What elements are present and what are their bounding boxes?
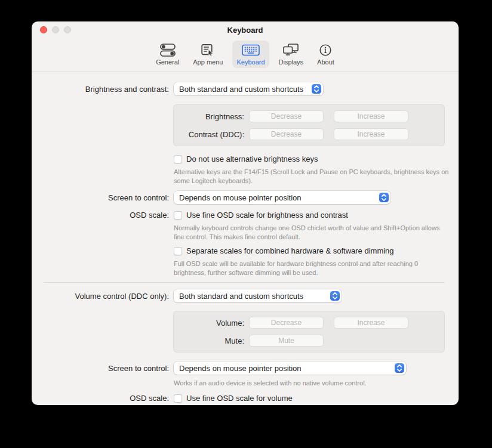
chevron-up-down-icon — [330, 291, 340, 301]
chevron-up-down-icon — [395, 363, 404, 373]
tab-label: Displays — [279, 58, 304, 66]
osd-scale-label: OSD scale: — [32, 394, 169, 403]
popup-value: Both standard and custom shortcuts — [179, 85, 303, 94]
checkbox-icon[interactable] — [174, 155, 182, 163]
osd-scale-volume-row: OSD scale: Use fine OSD scale for volume — [32, 394, 459, 403]
osd-scale-label: OSD scale: — [32, 211, 169, 220]
tab-label: About — [317, 58, 334, 66]
checkbox-icon[interactable] — [174, 394, 182, 403]
menu-cursor-icon — [201, 42, 215, 58]
tab-general[interactable]: General — [152, 41, 183, 68]
brightness-increase-button[interactable]: Increase — [334, 110, 408, 122]
section-divider — [44, 282, 445, 283]
chevron-up-down-icon — [312, 84, 321, 94]
tab-label: Keyboard — [236, 58, 265, 66]
screen-to-control-popup-2[interactable]: Depends on mouse pointer position — [174, 362, 406, 375]
toggles-icon — [160, 42, 176, 58]
audio-device-help-text: Works if an audio device is selected wit… — [174, 379, 450, 388]
checkbox-icon[interactable] — [174, 211, 182, 220]
chevron-up-down-icon — [379, 193, 389, 202]
separate-scales-checkbox[interactable]: Separate scales for combined hardware & … — [174, 246, 459, 255]
info-icon — [318, 42, 333, 58]
screen-to-control-label: Screen to control: — [32, 364, 169, 373]
fine-osd-checkbox[interactable]: Use fine OSD scale for brightness and co… — [174, 211, 348, 220]
close-button[interactable] — [40, 26, 47, 33]
minimize-button[interactable] — [52, 26, 59, 33]
volume-row: Volume: Decrease Increase — [179, 317, 439, 329]
volume-control-row: Volume control (DDC only): Both standard… — [32, 289, 459, 302]
contrast-label: Contrast (DDC): — [179, 130, 244, 139]
tab-label: General — [156, 58, 179, 66]
traffic-lights — [40, 26, 71, 33]
mute-label: Mute: — [179, 336, 244, 345]
volume-shortcuts-group: Volume: Decrease Increase Mute: Mute — [173, 311, 445, 353]
brightness-shortcuts-group: Brightness: Decrease Increase Contrast (… — [173, 104, 445, 146]
brightness-contrast-popup[interactable]: Both standard and custom shortcuts — [174, 82, 323, 95]
screen-to-control-row: Screen to control: Depends on mouse poin… — [32, 191, 459, 204]
displays-icon — [283, 42, 299, 58]
brightness-label: Brightness: — [179, 112, 244, 121]
preferences-window: Keyboard General — [32, 21, 459, 405]
alt-keys-help-text: Alternative keys are the F14/F15 (Scroll… — [174, 168, 450, 186]
keyboard-pane: Brightness and contrast: Both standard a… — [32, 72, 459, 403]
alt-brightness-keys-checkbox[interactable]: Do not use alternative brightness keys — [174, 155, 459, 163]
brightness-row: Brightness: Decrease Increase — [179, 110, 439, 122]
screen-to-control-popup[interactable]: Depends on mouse pointer position — [174, 191, 390, 204]
fine-osd-help-text: Normally keyboard controls change one OS… — [174, 224, 450, 242]
tab-displays[interactable]: Displays — [275, 41, 308, 68]
zoom-button[interactable] — [64, 26, 71, 33]
keyboard-icon — [242, 42, 260, 58]
contrast-decrease-button[interactable]: Decrease — [249, 128, 324, 140]
tab-keyboard[interactable]: Keyboard — [232, 41, 269, 68]
osd-scale-row: OSD scale: Use fine OSD scale for bright… — [32, 211, 459, 220]
title-bar: Keyboard — [32, 21, 459, 38]
popup-value: Depends on mouse pointer position — [179, 364, 302, 373]
mute-button[interactable]: Mute — [249, 335, 324, 347]
separate-scales-help-text: Full OSD scale will be available for har… — [174, 259, 450, 277]
checkbox-label: Use fine OSD scale for volume — [186, 394, 293, 403]
tab-label: App menu — [193, 58, 223, 66]
window-title: Keyboard — [32, 21, 459, 39]
checkbox-label: Separate scales for combined hardware & … — [186, 246, 394, 255]
brightness-contrast-label: Brightness and contrast: — [32, 85, 169, 94]
mute-row: Mute: Mute — [179, 335, 439, 347]
contrast-row: Contrast (DDC): Decrease Increase — [179, 128, 439, 140]
volume-increase-button[interactable]: Increase — [334, 317, 408, 329]
checkbox-label: Do not use alternative brightness keys — [186, 155, 318, 163]
volume-label: Volume: — [179, 319, 244, 327]
contrast-increase-button[interactable]: Increase — [334, 128, 408, 140]
tab-about[interactable]: About — [313, 41, 339, 68]
volume-control-label: Volume control (DDC only): — [32, 292, 169, 301]
checkbox-icon[interactable] — [174, 247, 182, 255]
tab-app-menu[interactable]: App menu — [189, 41, 227, 68]
popup-value: Depends on mouse pointer position — [179, 193, 302, 202]
brightness-contrast-row: Brightness and contrast: Both standard a… — [32, 82, 459, 95]
volume-control-popup[interactable]: Both standard and custom shortcuts — [174, 289, 342, 302]
popup-value: Both standard and custom shortcuts — [179, 292, 303, 301]
checkbox-label: Use fine OSD scale for brightness and co… — [186, 211, 348, 220]
brightness-decrease-button[interactable]: Decrease — [249, 110, 324, 122]
toolbar: General App menu — [32, 38, 459, 72]
fine-osd-volume-checkbox[interactable]: Use fine OSD scale for volume — [174, 394, 293, 403]
screen-to-control-row-2: Screen to control: Depends on mouse poin… — [32, 362, 459, 375]
volume-decrease-button[interactable]: Decrease — [249, 317, 324, 329]
screen-to-control-label: Screen to control: — [32, 193, 169, 202]
